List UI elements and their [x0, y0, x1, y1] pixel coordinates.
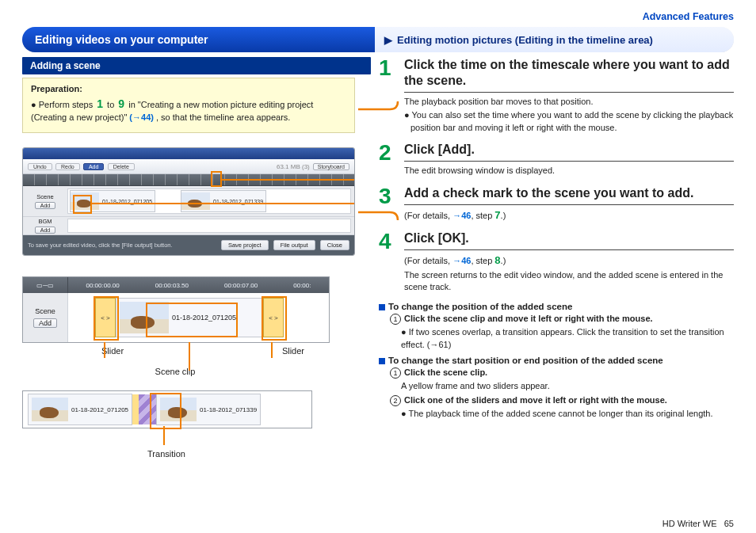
- scene-clip[interactable]: 01-18-2012_071339: [181, 190, 266, 212]
- thumbnail: [120, 302, 169, 333]
- closeup-timeline: ▭─▭ 00:00:00.00 00:00:03.50 00:00:07.00 …: [22, 276, 330, 343]
- file-output-button[interactable]: File output: [273, 240, 315, 250]
- step-3: 3 Add a check mark to the scene you want…: [379, 185, 734, 224]
- section-link[interactable]: Advanced Features: [22, 11, 734, 22]
- step-number: 1: [379, 57, 396, 135]
- add-button[interactable]: Add: [33, 318, 57, 328]
- step-number: 4: [379, 230, 396, 295]
- time-tick: 00:00:07.00: [224, 282, 258, 289]
- step-title: Click [OK].: [404, 230, 734, 246]
- breadcrumb: Editing videos on your computer ▶ Editin…: [22, 27, 734, 52]
- breadcrumb-right: ▶ Editing motion pictures (Editing in th…: [375, 27, 734, 52]
- slider-right[interactable]: < >: [263, 298, 284, 337]
- scene-add-button[interactable]: Add: [35, 202, 55, 209]
- footer-message: To save your edited video, click the [Fi…: [28, 242, 173, 249]
- circled-number-icon: 1: [390, 367, 401, 379]
- scene-clip[interactable]: 01-18-2012_071205: [70, 190, 155, 212]
- square-bullet-icon: [379, 358, 385, 364]
- subsection-trim: To change the start position or end posi…: [379, 356, 734, 421]
- scene-clip[interactable]: 01-18-2012_071205: [28, 394, 132, 425]
- zoom-icon[interactable]: ▭─▭: [36, 282, 54, 289]
- transition-figure: 01-18-2012_071205 01-18-2012_071339: [22, 390, 312, 428]
- preparation-box: Preparation: ● Perform steps 1 to 9 in "…: [22, 78, 355, 133]
- transition-label: Transition: [22, 449, 311, 459]
- time-tick: 00:00:: [293, 282, 311, 289]
- transition-strip[interactable]: [132, 394, 156, 424]
- step-title: Click [Add].: [404, 142, 734, 158]
- step-1: 1 Click the time on the timescale where …: [379, 57, 734, 135]
- step-2: 2 Click [Add]. The edit browsing window …: [379, 142, 734, 178]
- slider-label: Slider: [282, 346, 304, 356]
- redo-button[interactable]: Redo: [55, 163, 80, 170]
- circled-number-icon: 2: [390, 395, 401, 406]
- sceneclip-label: Scene clip: [22, 367, 328, 376]
- time-tick: 00:00:03.50: [155, 282, 189, 289]
- page-footer: HD Writer WE 65: [662, 519, 734, 528]
- prep-text: Perform steps: [39, 100, 96, 109]
- slider-label: Slider: [101, 346, 124, 356]
- app-screenshot: Undo Redo Add Delete 63.1 MB (3) Storybo…: [22, 147, 355, 256]
- subsection-position: To change the position of the added scen…: [379, 302, 734, 351]
- slider-left[interactable]: < >: [95, 298, 116, 337]
- step-title: Add a check mark to the scene you want t…: [404, 185, 734, 201]
- size-label: 63.1 MB (3): [277, 163, 310, 170]
- page-link[interactable]: (→61): [427, 340, 452, 349]
- bgm-lane[interactable]: [67, 219, 351, 233]
- close-button[interactable]: Close: [320, 240, 349, 250]
- breadcrumb-left: Editing videos on your computer: [22, 27, 375, 52]
- save-project-button[interactable]: Save project: [221, 240, 269, 250]
- undo-button[interactable]: Undo: [28, 163, 52, 170]
- scene-label: Scene: [35, 307, 55, 315]
- step-ref: 9: [116, 97, 126, 110]
- prep-title: Preparation:: [31, 84, 82, 93]
- bgm-add-button[interactable]: Add: [35, 227, 55, 234]
- delete-button[interactable]: Delete: [108, 163, 135, 170]
- step-4: 4 Click [OK]. (For details, →46, step 8.…: [379, 230, 734, 295]
- scene-clip[interactable]: 01-18-2012_071205: [116, 298, 269, 337]
- step-title: Click the time on the timescale where yo…: [404, 57, 734, 89]
- square-bullet-icon: [379, 304, 385, 310]
- subheader: Adding a scene: [22, 57, 371, 74]
- scene-track-label: Scene: [36, 193, 53, 200]
- breadcrumb-title: Editing motion pictures (Editing in the …: [397, 34, 653, 46]
- chevron-right-icon: ▶: [384, 34, 392, 46]
- scene-clip[interactable]: 01-18-2012_071339: [156, 394, 261, 425]
- storyboard-button[interactable]: Storyboard: [313, 163, 349, 170]
- page-link[interactable]: (→44): [129, 112, 154, 122]
- scene-lane[interactable]: 01-18-2012_071205 01-18-2012_071339: [67, 188, 351, 214]
- bgm-track-label: BGM: [38, 218, 52, 225]
- page-link[interactable]: →46: [452, 211, 471, 220]
- add-button[interactable]: Add: [83, 163, 104, 170]
- page-link[interactable]: →46: [452, 256, 471, 265]
- step-ref: 1: [95, 97, 105, 110]
- circled-number-icon: 1: [390, 314, 401, 325]
- step-number: 2: [379, 142, 396, 178]
- time-tick: 00:00:00.00: [86, 282, 119, 289]
- timescale[interactable]: [23, 174, 354, 186]
- step-number: 3: [379, 185, 396, 224]
- clip-filename: 01-18-2012_071205: [172, 314, 236, 322]
